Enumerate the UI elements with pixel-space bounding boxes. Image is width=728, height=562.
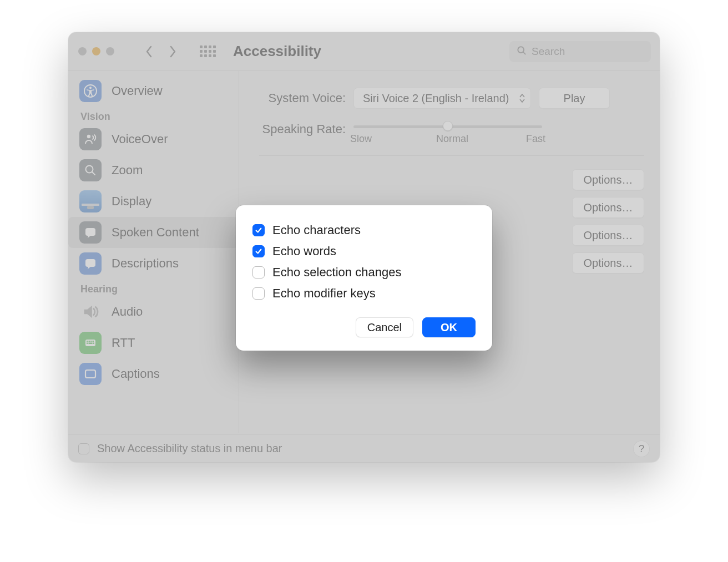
option-row-1: Options… [259,166,644,194]
system-voice-value: Siri Voice 2 (English - Ireland) [363,92,509,105]
page-title: Accessibility [233,43,321,60]
echo-characters-label: Echo characters [272,223,361,237]
sidebar-item-label: Display [112,194,151,209]
show-status-checkbox[interactable] [78,443,89,454]
show-status-label: Show Accessibility status in menu bar [97,442,282,455]
titlebar: Accessibility [68,32,660,71]
preferences-window: Accessibility Overview Vision [68,32,660,462]
audio-icon [79,301,102,323]
svg-point-9 [88,262,90,264]
echo-characters-checkbox[interactable] [252,224,265,236]
close-window-button[interactable] [78,47,87,55]
help-button[interactable]: ? [633,441,650,457]
sidebar-item-label: Captions [112,367,160,381]
echo-characters-row[interactable]: Echo characters [252,220,476,241]
captions-icon [79,363,102,385]
sidebar-item-label: Overview [112,84,163,98]
show-all-icon[interactable] [200,44,215,59]
sidebar-item-label: RTT [112,336,135,350]
rate-normal-label: Normal [436,133,468,145]
sidebar-item-descriptions[interactable]: Descriptions [68,248,239,279]
minimize-window-button[interactable] [92,47,100,55]
sidebar-item-label: Spoken Content [112,225,199,240]
options-button-1[interactable]: Options… [572,169,644,190]
sidebar-item-label: VoiceOver [112,132,168,146]
svg-rect-13 [87,341,88,342]
sidebar-item-label: Zoom [112,163,143,178]
sidebar: Overview Vision VoiceOver Zoom [68,71,239,433]
echo-modifier-row[interactable]: Echo modifier keys [252,283,476,304]
sidebar-item-audio[interactable]: Audio [68,296,239,327]
nav-buttons [141,43,181,60]
options-button-4[interactable]: Options… [572,252,644,274]
speaking-rate-label: Speaking Rate: [259,121,346,136]
options-button-2[interactable]: Options… [572,197,644,218]
echo-selection-row[interactable]: Echo selection changes [252,262,476,283]
sidebar-item-zoom[interactable]: Zoom [68,155,239,186]
sidebar-item-label: Descriptions [112,256,179,271]
options-button-3[interactable]: Options… [572,225,644,246]
system-voice-label: System Voice: [259,91,346,105]
echo-options-dialog: Echo characters Echo words Echo selectio… [236,205,492,351]
sidebar-item-voiceover[interactable]: VoiceOver [68,124,239,155]
divider [259,155,644,156]
echo-selection-label: Echo selection changes [272,265,401,280]
svg-rect-16 [93,341,94,342]
echo-words-label: Echo words [272,244,336,259]
echo-words-checkbox[interactable] [252,245,265,257]
footer: Show Accessibility status in menu bar ? [68,434,660,462]
sidebar-item-captions[interactable]: Captions [68,358,239,389]
svg-rect-15 [90,341,92,342]
svg-point-4 [87,135,90,138]
play-button[interactable]: Play [539,88,610,109]
rtt-icon [79,332,102,354]
back-button[interactable] [141,43,158,60]
sidebar-item-overview[interactable]: Overview [68,75,239,107]
rate-slow-label: Slow [350,133,372,145]
svg-rect-7 [85,228,95,236]
svg-rect-17 [87,343,88,345]
spoken-content-icon [79,221,102,244]
rate-fast-label: Fast [526,133,545,145]
echo-modifier-label: Echo modifier keys [272,286,376,301]
sidebar-item-rtt[interactable]: RTT [68,327,239,358]
voiceover-icon [79,128,102,150]
search-icon [516,45,527,58]
zoom-icon [79,159,102,181]
zoom-window-button[interactable] [106,47,114,55]
svg-point-11 [92,262,94,264]
svg-rect-19 [93,343,95,345]
sidebar-item-label: Audio [112,305,143,319]
search-field[interactable] [509,41,651,62]
svg-rect-14 [89,341,90,342]
svg-rect-18 [89,343,93,345]
display-icon [79,190,102,212]
sidebar-section-hearing: Hearing [68,279,239,296]
window-controls [78,47,114,55]
forward-button[interactable] [164,43,181,60]
sidebar-item-display[interactable]: Display [68,186,239,217]
accessibility-icon [79,80,102,102]
echo-selection-checkbox[interactable] [252,266,265,279]
search-input[interactable] [532,45,644,58]
sidebar-section-vision: Vision [68,107,239,124]
ok-button[interactable]: OK [422,317,476,337]
descriptions-icon [79,252,102,275]
chevron-updown-icon [519,94,525,103]
system-voice-select[interactable]: Siri Voice 2 (English - Ireland) [353,88,531,109]
svg-rect-20 [85,370,95,378]
echo-words-row[interactable]: Echo words [252,241,476,262]
svg-line-6 [92,172,95,175]
svg-point-10 [90,262,92,264]
cancel-button[interactable]: Cancel [356,317,413,337]
svg-line-1 [523,52,525,54]
sidebar-item-spoken-content[interactable]: Spoken Content [68,217,239,248]
speaking-rate-slider[interactable]: Slow Normal Fast [353,121,542,143]
echo-modifier-checkbox[interactable] [252,287,265,300]
svg-point-3 [89,87,92,89]
